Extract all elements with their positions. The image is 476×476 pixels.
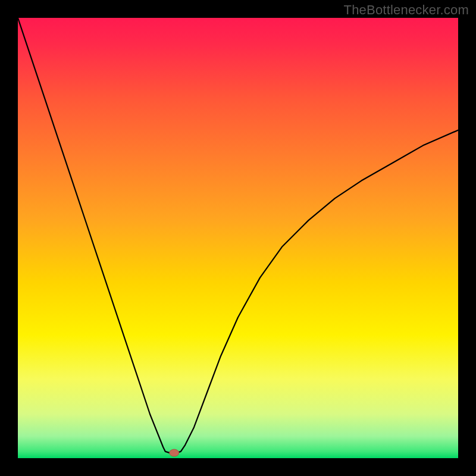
marker-dot (170, 449, 179, 456)
chart-svg (18, 18, 458, 458)
plot-area (18, 18, 458, 458)
watermark-text: TheBottlenecker.com (344, 2, 469, 18)
chart-container: TheBottlenecker.com (0, 0, 476, 476)
gradient-background (18, 18, 458, 458)
